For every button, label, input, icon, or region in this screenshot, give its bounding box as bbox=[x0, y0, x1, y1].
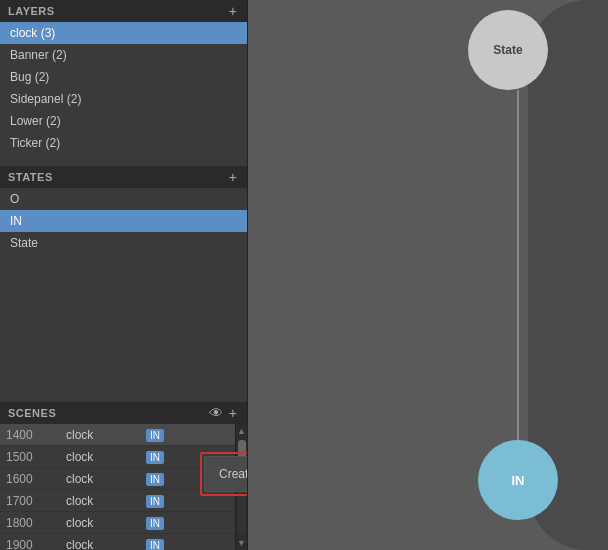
scene-state: IN bbox=[140, 450, 180, 464]
scene-num: 1700 bbox=[0, 494, 60, 508]
scene-num: 1800 bbox=[0, 516, 60, 530]
scene-num: 1400 bbox=[0, 428, 60, 442]
layer-item-banner[interactable]: Banner (2) bbox=[0, 44, 247, 66]
eye-icon: 👁 bbox=[209, 405, 223, 421]
create-scene-popup[interactable]: Create new scene bbox=[200, 452, 247, 496]
scene-num: 1900 bbox=[0, 538, 60, 551]
layer-item-sidepanel[interactable]: Sidepanel (2) bbox=[0, 88, 247, 110]
scroll-up-arrow[interactable]: ▲ bbox=[237, 424, 246, 438]
scenes-title: SCENES bbox=[8, 407, 207, 419]
right-panel: State IN bbox=[248, 0, 608, 550]
scenes-toolbar: 👁 + bbox=[207, 405, 239, 421]
states-list: O IN State bbox=[0, 188, 247, 254]
state-item-label: IN bbox=[10, 214, 22, 228]
add-state-button[interactable]: + bbox=[227, 170, 239, 184]
scene-name: clock bbox=[60, 428, 140, 442]
scene-num: 1500 bbox=[0, 450, 60, 464]
scene-row[interactable]: 1800 clock IN bbox=[0, 512, 235, 534]
in-node[interactable]: IN bbox=[478, 440, 558, 520]
add-scene-button[interactable]: + bbox=[227, 405, 239, 421]
popup-border: Create new scene bbox=[200, 452, 247, 496]
scene-state: IN bbox=[140, 494, 180, 508]
layer-item-label: Lower (2) bbox=[10, 114, 61, 128]
add-layer-button[interactable]: + bbox=[227, 4, 239, 18]
layer-item-label: Ticker (2) bbox=[10, 136, 60, 150]
state-item-in[interactable]: IN bbox=[0, 210, 247, 232]
scenes-section-header: SCENES 👁 + bbox=[0, 402, 247, 424]
layer-item-lower[interactable]: Lower (2) bbox=[0, 110, 247, 132]
layers-section-header: LAYERS + bbox=[0, 0, 247, 22]
scene-name: clock bbox=[60, 516, 140, 530]
scene-name: clock bbox=[60, 472, 140, 486]
scene-name: clock bbox=[60, 494, 140, 508]
scenes-eye-button[interactable]: 👁 bbox=[207, 405, 225, 421]
scene-num: 1600 bbox=[0, 472, 60, 486]
state-item-o[interactable]: O bbox=[0, 188, 247, 210]
scene-state: IN bbox=[140, 472, 180, 486]
state-item-label: O bbox=[10, 192, 19, 206]
layer-item-bug[interactable]: Bug (2) bbox=[0, 66, 247, 88]
layers-title: LAYERS bbox=[8, 5, 55, 17]
scene-name: clock bbox=[60, 450, 140, 464]
scroll-down-arrow[interactable]: ▼ bbox=[237, 536, 246, 550]
states-title: STATES bbox=[8, 171, 53, 183]
scene-state: IN bbox=[140, 538, 180, 551]
layer-item-label: Banner (2) bbox=[10, 48, 67, 62]
left-panel: LAYERS + clock (3) Banner (2) Bug (2) Si… bbox=[0, 0, 248, 550]
scenes-section: SCENES 👁 + 1400 clock IN 1500 clock IN bbox=[0, 402, 247, 550]
scene-row[interactable]: 1400 clock IN bbox=[0, 424, 235, 446]
scene-row[interactable]: 1900 clock IN bbox=[0, 534, 235, 550]
layers-list: clock (3) Banner (2) Bug (2) Sidepanel (… bbox=[0, 22, 247, 154]
create-new-scene-button[interactable]: Create new scene bbox=[204, 456, 247, 492]
state-item-state[interactable]: State bbox=[0, 232, 247, 254]
layer-item-label: clock (3) bbox=[10, 26, 55, 40]
state-node[interactable]: State bbox=[468, 10, 548, 90]
layer-item-clock[interactable]: clock (3) bbox=[0, 22, 247, 44]
layer-item-ticker[interactable]: Ticker (2) bbox=[0, 132, 247, 154]
scene-state: IN bbox=[140, 516, 180, 530]
state-item-label: State bbox=[10, 236, 38, 250]
in-node-label: IN bbox=[512, 473, 525, 488]
scene-state: IN bbox=[140, 428, 180, 442]
scene-name: clock bbox=[60, 538, 140, 551]
state-node-label: State bbox=[493, 43, 522, 57]
states-section-header: STATES + bbox=[0, 166, 247, 188]
layer-item-label: Sidepanel (2) bbox=[10, 92, 81, 106]
layer-item-label: Bug (2) bbox=[10, 70, 49, 84]
